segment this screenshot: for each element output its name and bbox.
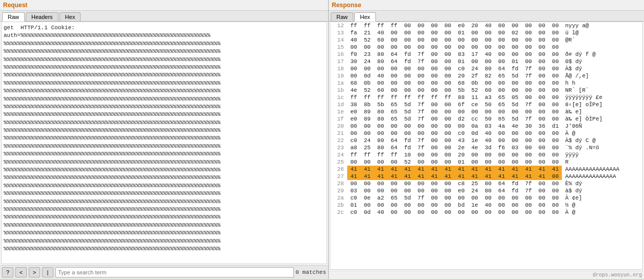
hex-cell: 00 <box>401 79 414 87</box>
hex-cell: 00 <box>441 44 454 51</box>
hex-cell: 00 <box>468 44 481 51</box>
hex-cell: 41 <box>347 166 361 173</box>
hex-cell: 00 <box>428 123 441 130</box>
request-tab-bar: Raw Headers Hex <box>0 11 328 22</box>
hex-cell: 00 <box>468 209 481 216</box>
hex-cell: e0 <box>347 108 361 115</box>
hex-cell: 5d <box>401 115 414 123</box>
hex-cell: 00 <box>374 158 387 166</box>
hex-cell: 7f <box>414 144 428 151</box>
hex-cell: 41 <box>548 166 562 173</box>
hex-cell: 00 <box>347 180 361 187</box>
hex-cell: 00 <box>495 51 508 58</box>
hex-cell: 00 <box>535 72 548 79</box>
hex-cell: 41 <box>522 166 535 173</box>
hex-cell: 00 <box>548 36 562 44</box>
hex-cell: 0d <box>361 72 374 79</box>
hex-cell: c8 <box>454 180 468 187</box>
table-row: 2741414141414141414141414141414100AAAAAA… <box>330 173 642 180</box>
hex-cell: ff <box>387 22 401 29</box>
hex-cell: 00 <box>414 209 428 216</box>
tab-hex-response[interactable]: Hex <box>354 12 376 22</box>
hex-cell: 00 <box>535 44 548 51</box>
hex-cell: 80 <box>374 144 387 151</box>
hex-cell: 00 <box>428 202 441 209</box>
hex-cell: 36 <box>535 123 548 130</box>
hex-cell: 00 <box>428 209 441 216</box>
hex-cell: 00 <box>401 187 414 194</box>
hex-cell: 00 <box>401 36 414 44</box>
hex-cell: 00 <box>401 22 414 29</box>
hex-cell: 00 <box>441 194 454 202</box>
ascii-cell: J'06Ñ <box>562 123 642 130</box>
ascii-cell: NR` [R` <box>562 87 642 94</box>
ascii-cell: à‰ e] ÒÌPe] <box>562 115 642 123</box>
help-button[interactable]: ? <box>2 267 13 277</box>
hex-cell: 00 <box>548 144 562 151</box>
hex-table-wrapper: 12ffffffff00000000e020400000000000nyyy a… <box>330 22 643 270</box>
hex-cell: 5d <box>508 115 522 123</box>
hex-cell: 00 <box>548 22 562 29</box>
hex-cell: 01 <box>347 202 361 209</box>
hex-cell: 03 <box>347 187 361 194</box>
hex-cell: 00 <box>495 79 508 87</box>
ascii-cell <box>562 44 642 51</box>
table-row: 2500000000520000000100000000000000 R <box>330 158 642 166</box>
hex-cell: 00 <box>548 173 562 180</box>
hex-cell: 00 <box>548 158 562 166</box>
last-button[interactable]: | <box>42 267 53 277</box>
hex-cell: 00 <box>374 187 387 194</box>
hex-cell: 00 <box>522 151 535 158</box>
row-id: 16 <box>330 51 347 58</box>
hex-cell: 00 <box>535 158 548 166</box>
hex-cell: 00 <box>481 108 495 115</box>
row-id: 17 <box>330 58 347 65</box>
hex-cell: 64 <box>495 65 508 72</box>
request-title: Request <box>0 0 328 11</box>
hex-cell: 2f <box>468 72 481 79</box>
hex-cell: 80 <box>374 58 387 65</box>
table-row: 1d388b5b655d7f00006fce50655d7f00008‹[e] … <box>330 101 642 108</box>
table-row: 2cc00d4000000000000000000000000000À @ <box>330 209 642 216</box>
table-row: 290300000000000000e0248064fd7f0000 à$ dý <box>330 187 642 194</box>
hex-cell: 00 <box>548 187 562 194</box>
hex-cell: ff <box>374 151 387 158</box>
hex-cell: 5d <box>401 194 414 202</box>
hex-cell: 00 <box>454 36 468 44</box>
tab-raw-request[interactable]: Raw <box>2 12 25 22</box>
row-id: 28 <box>330 180 347 187</box>
hex-cell: 00 <box>441 209 454 216</box>
next-button[interactable]: > <box>29 267 40 277</box>
tab-raw-response[interactable]: Raw <box>331 12 353 21</box>
tab-hex-request[interactable]: Hex <box>60 12 81 21</box>
hex-cell: 64 <box>387 137 401 144</box>
row-id: 25 <box>330 158 347 166</box>
hex-cell: 00 <box>522 44 535 51</box>
table-row: 1fe08980655d7f0000d2cc50655d7f0000à‰ e] … <box>330 115 642 123</box>
hex-cell: 00 <box>535 187 548 194</box>
hex-cell: 01 <box>508 58 522 65</box>
row-id: 1f <box>330 115 347 123</box>
search-input[interactable] <box>55 267 294 277</box>
hex-cell: 7f <box>522 65 535 72</box>
hex-cell: 00 <box>361 180 374 187</box>
hex-cell: 11 <box>468 94 481 101</box>
hex-cell: 00 <box>401 29 414 36</box>
hex-cell: 40 <box>481 202 495 209</box>
prev-button[interactable]: < <box>15 267 27 277</box>
hex-cell: 00 <box>468 194 481 202</box>
tab-headers-request[interactable]: Headers <box>26 12 59 21</box>
hex-cell: fd <box>508 65 522 72</box>
hex-cell: 20 <box>454 151 468 158</box>
hex-cell: 00 <box>535 22 548 29</box>
hex-cell: fd <box>401 137 414 144</box>
hex-cell: 00 <box>428 137 441 144</box>
hex-cell: 2e <box>454 144 468 151</box>
hex-cell: cc <box>468 115 481 123</box>
row-id: 24 <box>330 151 347 158</box>
row-id: 1d <box>330 101 347 108</box>
hex-cell: 0b <box>468 79 481 87</box>
hex-cell: 25 <box>361 144 374 151</box>
hex-cell: 68 <box>347 79 361 87</box>
hex-cell: 00 <box>374 65 387 72</box>
